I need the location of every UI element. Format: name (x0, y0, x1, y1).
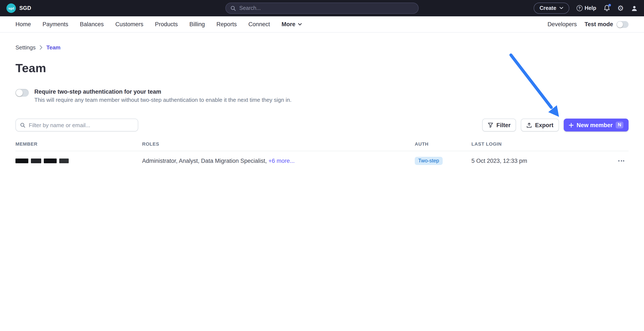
notifications-button[interactable] (604, 5, 610, 12)
export-button[interactable]: Export (521, 119, 559, 131)
new-member-button-label: New member (576, 122, 613, 128)
help-button[interactable]: ? Help (576, 5, 596, 11)
create-button[interactable]: Create (534, 3, 569, 14)
search-icon (230, 5, 236, 11)
roles-cell: Administrator, Analyst, Data Migration S… (142, 151, 415, 166)
nav-item-connect[interactable]: Connect (248, 21, 270, 28)
global-search[interactable] (226, 3, 418, 14)
toolbar-buttons: Filter Export New member N (482, 119, 628, 131)
roles-more-link[interactable]: +6 more... (268, 158, 294, 164)
column-header-roles: ROLES (142, 141, 415, 151)
chevron-down-icon (298, 23, 302, 26)
nav-item-developers[interactable]: Developers (548, 21, 577, 28)
two-step-setting: Require two-step authentication for your… (16, 89, 628, 103)
dashboard-page: sgd SGD Create ? Help ⚙ (0, 0, 644, 166)
notification-dot (608, 4, 611, 7)
actions-cell (607, 151, 628, 166)
column-header-actions (607, 141, 628, 151)
account-name: SGD (19, 5, 31, 11)
member-filter-input[interactable] (29, 122, 134, 128)
nav-item-balances[interactable]: Balances (80, 21, 104, 28)
account-switcher[interactable]: sgd SGD (6, 4, 31, 13)
content: Settings Team Team Require two-step auth… (0, 44, 644, 166)
user-avatar-button[interactable] (631, 5, 638, 12)
funnel-icon (488, 122, 493, 128)
nav-item-billing[interactable]: Billing (189, 21, 205, 28)
two-step-description: This will require any team member withou… (34, 97, 292, 103)
test-mode-control: Test mode (584, 21, 628, 28)
test-mode-label: Test mode (584, 21, 613, 28)
nav-item-reports[interactable]: Reports (216, 21, 237, 28)
account-avatar: sgd (6, 4, 16, 13)
export-button-label: Export (535, 122, 554, 128)
topbar-actions: Create ? Help ⚙ (534, 3, 638, 14)
nav-item-customers[interactable]: Customers (115, 21, 144, 28)
nav-item-more[interactable]: More (282, 21, 302, 28)
nav-items: Home Payments Balances Customers Product… (16, 21, 302, 28)
help-icon: ? (576, 5, 582, 11)
breadcrumb-settings[interactable]: Settings (16, 44, 36, 51)
export-icon (526, 122, 532, 128)
row-overflow-button[interactable] (607, 159, 625, 163)
team-table: MEMBER ROLES AUTH LAST LOGIN (16, 141, 628, 166)
chevron-right-icon (40, 45, 42, 50)
main-nav: Home Payments Balances Customers Product… (0, 16, 644, 33)
filter-button[interactable]: Filter (482, 119, 516, 131)
search-icon (20, 122, 25, 128)
column-header-member: MEMBER (16, 141, 142, 151)
two-step-toggle[interactable] (16, 89, 29, 97)
settings-gear-icon[interactable]: ⚙ (618, 5, 624, 12)
auth-badge: Two-step (415, 157, 442, 165)
create-button-label: Create (540, 5, 556, 11)
auth-cell: Two-step (415, 151, 472, 166)
help-label: Help (584, 5, 596, 11)
table-row[interactable]: Administrator, Analyst, Data Migration S… (16, 151, 628, 166)
nav-item-payments[interactable]: Payments (42, 21, 68, 28)
nav-item-home[interactable]: Home (16, 21, 31, 28)
member-filter[interactable] (16, 119, 138, 131)
table-toolbar: Filter Export New member N (16, 119, 628, 131)
page-title: Team (16, 62, 628, 75)
breadcrumb-team: Team (46, 44, 60, 51)
last-login-cell: 5 Oct 2023, 12:33 pm (472, 151, 607, 166)
nav-right: Developers Test mode (548, 21, 628, 28)
column-header-auth: AUTH (415, 141, 472, 151)
plus-icon (569, 123, 574, 127)
user-icon (631, 5, 638, 12)
new-member-button[interactable]: New member N (564, 119, 628, 131)
table-header-row: MEMBER ROLES AUTH LAST LOGIN (16, 141, 628, 151)
roles-text: Administrator, Analyst, Data Migration S… (142, 158, 267, 164)
chevron-down-icon (559, 7, 563, 10)
test-mode-toggle[interactable] (616, 21, 628, 28)
two-step-texts: Require two-step authentication for your… (34, 89, 292, 103)
filter-button-label: Filter (496, 122, 510, 128)
global-search-input[interactable] (239, 5, 414, 11)
nav-item-products[interactable]: Products (155, 21, 178, 28)
breadcrumb: Settings Team (16, 44, 628, 51)
two-step-label: Require two-step authentication for your… (34, 89, 292, 95)
member-name-redacted (16, 151, 142, 166)
keyboard-shortcut-badge: N (616, 122, 624, 128)
column-header-last-login: LAST LOGIN (472, 141, 607, 151)
topbar: sgd SGD Create ? Help ⚙ (0, 0, 644, 16)
nav-more-label: More (282, 21, 296, 28)
